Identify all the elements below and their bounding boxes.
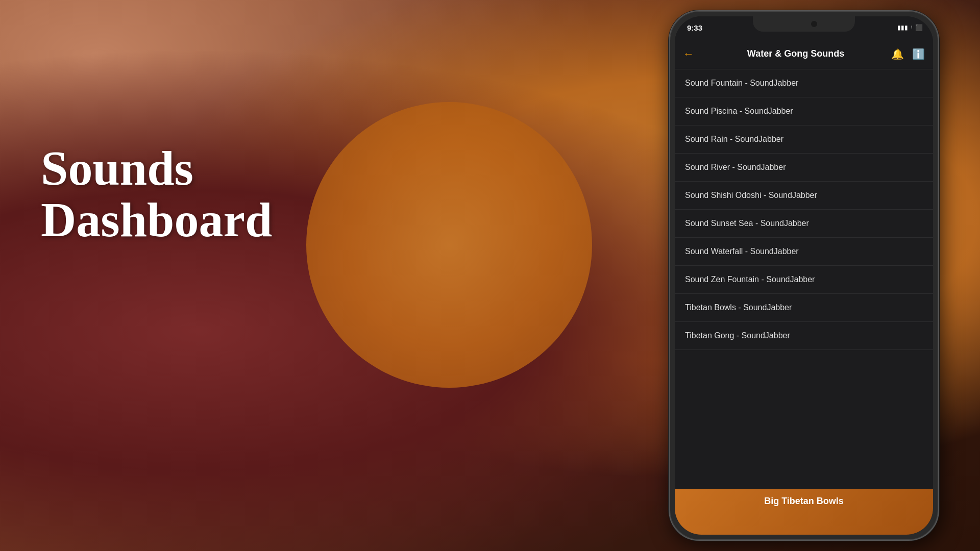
phone-screen: 9:33 ▮▮▮ ᵎ ⬛ ← Water & Gong Sounds 🔔 ℹ️ … [675,16,933,535]
phone-notch [753,16,855,32]
info-icon[interactable]: ℹ️ [912,48,925,60]
app-header: ← Water & Gong Sounds 🔔 ℹ️ [675,39,933,69]
signal-icon: ▮▮▮ [897,24,908,31]
list-item[interactable]: Sound River - SoundJabber [675,154,933,182]
list-item[interactable]: Tibetan Bowls - SoundJabber [675,294,933,322]
hero-text: Sounds Dashboard [41,143,272,246]
battery-icon: ⬛ [915,24,923,31]
status-icons: ▮▮▮ ᵎ ⬛ [897,24,923,31]
list-item[interactable]: Sound Sunset Sea - SoundJabber [675,210,933,238]
status-time: 9:33 [687,23,702,32]
power-button [938,113,939,154]
decorative-circle [306,102,592,388]
wifi-icon: ᵎ [911,24,912,31]
volume-up-button [669,123,670,159]
list-item[interactable]: Sound Fountain - SoundJabber [675,69,933,97]
back-button[interactable]: ← [683,47,694,61]
list-item[interactable]: Sound Waterfall - SoundJabber [675,238,933,266]
phone-mockup: 9:33 ▮▮▮ ᵎ ⬛ ← Water & Gong Sounds 🔔 ℹ️ … [669,10,939,541]
list-item[interactable]: Sound Shishi Odoshi - SoundJabber [675,182,933,210]
phone-outer-shell: 9:33 ▮▮▮ ᵎ ⬛ ← Water & Gong Sounds 🔔 ℹ️ … [669,10,939,541]
header-title: Water & Gong Sounds [700,48,891,59]
list-item[interactable]: Sound Piscina - SoundJabber [675,97,933,126]
list-item[interactable]: Tibetan Gong - SoundJabber [675,322,933,350]
front-camera [811,21,817,27]
bottom-card-title: Big Tibetan Bowls [764,496,844,507]
sound-list: Sound Fountain - SoundJabber Sound Pisci… [675,69,933,535]
bell-icon[interactable]: 🔔 [891,48,904,60]
list-item[interactable]: Sound Rain - SoundJabber [675,126,933,154]
volume-down-button [669,169,670,205]
header-action-icons: 🔔 ℹ️ [891,48,925,60]
mute-button [669,93,670,113]
list-item[interactable]: Sound Zen Fountain - SoundJabber [675,266,933,294]
bottom-now-playing-card[interactable]: Big Tibetan Bowls [675,489,933,535]
